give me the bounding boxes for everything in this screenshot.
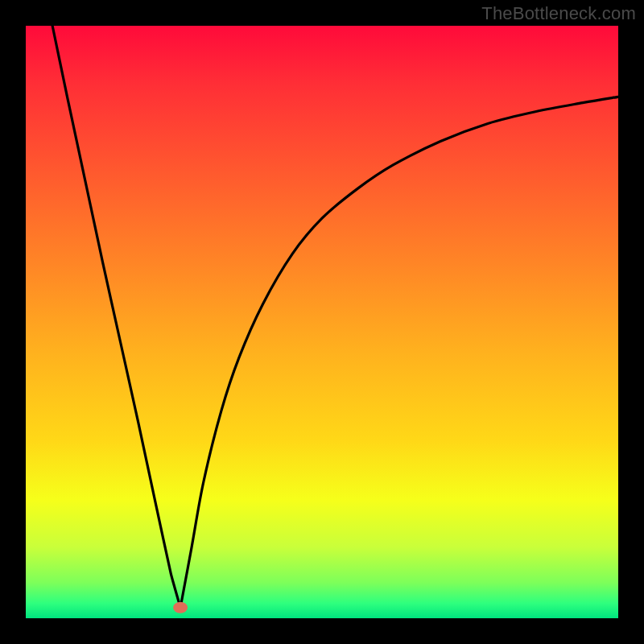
plot-frame [26, 26, 618, 618]
bottleneck-plot [26, 26, 618, 618]
watermark-text: TheBottleneck.com [481, 3, 636, 24]
minimum-marker [173, 602, 188, 613]
